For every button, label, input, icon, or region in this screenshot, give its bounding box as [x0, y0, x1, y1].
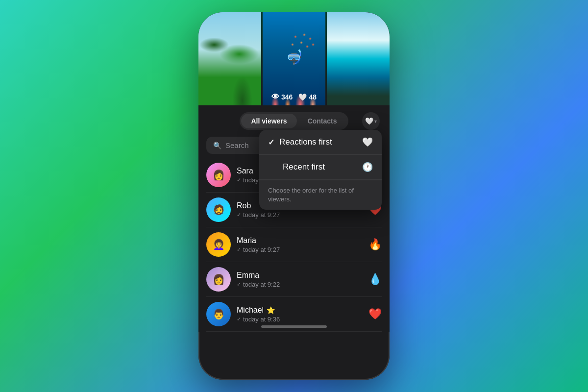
viewer-name-emma: Emma	[237, 271, 368, 280]
avatar-rob: 🧔	[206, 197, 231, 222]
viewer-item-emma[interactable]: 👩 Emma ✓ today at 9:22 💧	[206, 262, 382, 297]
viewer-item-maria[interactable]: 👩‍🦱 Maria ✓ today at 9:27 🔥	[206, 227, 382, 262]
sort-dropdown: ✓ Reactions first 🤍 Recent first 🕐 Choos…	[259, 130, 382, 210]
reaction-maria: 🔥	[368, 238, 382, 251]
viewer-info-michael: Michael ⭐ ✓ today at 9:36	[237, 306, 368, 323]
reaction-michael: ❤️	[368, 308, 382, 320]
heart-sort-icon: 🤍	[365, 117, 373, 125]
story-stats: 👁 346 🤍 48	[271, 93, 317, 101]
viewer-time-rob: ✓ today at 9:27	[237, 211, 368, 219]
viewer-time-michael: ✓ today at 9:36	[237, 316, 368, 323]
dropdown-item-reactions-first[interactable]: ✓ Reactions first 🤍	[259, 130, 382, 155]
story-thumb-2: 🤿 👁 346 🤍 48	[263, 12, 325, 105]
viewer-time-emma: ✓ today at 9:22	[237, 281, 368, 288]
search-icon: 🔍	[213, 142, 221, 149]
chevron-down-icon: ▾	[374, 119, 377, 124]
diver-emoji: 🤿	[286, 49, 303, 65]
story-thumb-3	[327, 12, 390, 105]
heart-icon: 🤍	[298, 93, 307, 101]
selected-checkmark: ✓	[268, 138, 274, 147]
clock-icon: 🕐	[362, 162, 373, 172]
tab-contacts[interactable]: Contacts	[298, 114, 347, 128]
star-badge-michael: ⭐	[267, 306, 275, 314]
avatar-michael: 👨	[206, 302, 231, 326]
viewer-name-michael: Michael ⭐	[237, 306, 368, 315]
avatar-maria: 👩‍🦱	[206, 232, 231, 257]
recent-first-label: Recent first	[283, 162, 362, 172]
main-panel: All viewers Contacts 🤍 ▾ 🔍 Search 👩 Sara…	[198, 105, 390, 332]
tab-all-viewers[interactable]: All viewers	[241, 114, 296, 128]
search-placeholder: Search	[225, 141, 249, 149]
viewer-info-emma: Emma ✓ today at 9:22	[237, 271, 368, 288]
dropdown-hint-text: Choose the order for the list of viewers…	[259, 180, 382, 210]
home-indicator	[261, 325, 327, 328]
check-icon-emma: ✓	[237, 281, 241, 288]
viewer-time-maria: ✓ today at 9:27	[237, 246, 368, 253]
check-icon-michael: ✓	[237, 316, 241, 322]
avatar-sara: 👩	[206, 163, 231, 187]
sort-button[interactable]: 🤍 ▾	[362, 112, 380, 130]
view-count: 👁 346	[271, 93, 293, 101]
phone-outer: 🤿 👁 346 🤍 48 All viewers Contacts	[198, 12, 390, 380]
check-icon-rob: ✓	[237, 212, 241, 218]
check-icon-sara: ✓	[237, 177, 241, 183]
reaction-emma: 💧	[368, 273, 382, 286]
stories-section: 🤿 👁 346 🤍 48	[198, 12, 390, 105]
eye-icon: 👁	[271, 93, 279, 101]
viewer-info-maria: Maria ✓ today at 9:27	[237, 236, 368, 253]
tab-group: All viewers Contacts	[240, 112, 348, 130]
dropdown-item-recent-first[interactable]: Recent first 🕐	[259, 155, 382, 180]
like-count: 🤍 48	[298, 93, 317, 101]
reactions-first-label: Reactions first	[279, 137, 362, 147]
avatar-emma: 👩	[206, 267, 231, 292]
heart-dropdown-icon: 🤍	[362, 137, 373, 147]
check-icon-maria: ✓	[237, 246, 241, 253]
story-thumb-1	[198, 12, 261, 105]
viewer-name-maria: Maria	[237, 236, 368, 245]
